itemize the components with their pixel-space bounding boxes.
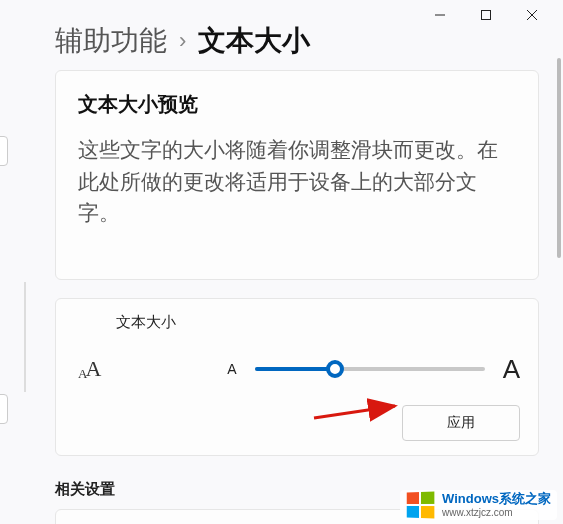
- content-area: 文本大小预览 这些文字的大小将随着你调整滑块而更改。在此处所做的更改将适用于设备…: [0, 70, 563, 524]
- page-title: 文本大小: [198, 22, 310, 60]
- chevron-right-icon: ›: [179, 28, 186, 54]
- text-size-label: 文本大小: [116, 313, 520, 332]
- preview-body: 这些文字的大小将随着你调整滑块而更改。在此处所做的更改将适用于设备上的大部分文字…: [78, 134, 516, 229]
- text-size-slider[interactable]: [255, 359, 485, 379]
- windows-logo-icon: [407, 491, 435, 518]
- slider-max-label: A: [503, 354, 520, 385]
- slider-track: [255, 367, 485, 371]
- apply-button[interactable]: 应用: [402, 405, 520, 441]
- nav-indicator: [24, 282, 26, 392]
- slider-thumb[interactable]: [326, 360, 344, 378]
- text-size-card: 文本大小 AA A A 应用: [55, 298, 539, 456]
- text-size-row: AA A A: [74, 354, 520, 393]
- slider-fill: [255, 367, 336, 371]
- watermark-url: www.xtzjcz.com: [442, 507, 551, 518]
- vertical-scrollbar[interactable]: [557, 58, 561, 258]
- breadcrumb-parent[interactable]: 辅助功能: [55, 22, 167, 60]
- text-size-preview-card: 文本大小预览 这些文字的大小将随着你调整滑块而更改。在此处所做的更改将适用于设备…: [55, 70, 539, 280]
- maximize-button[interactable]: [463, 0, 509, 30]
- preview-title: 文本大小预览: [78, 91, 516, 118]
- watermark: Windows系统之家 www.xtzjcz.com: [400, 490, 557, 520]
- edge-peek: [0, 136, 8, 166]
- minimize-button[interactable]: [417, 0, 463, 30]
- text-size-icon: AA: [74, 356, 105, 382]
- edge-peek-2: [0, 394, 8, 424]
- svg-rect-1: [482, 11, 491, 20]
- slider-min-label: A: [227, 361, 236, 377]
- settings-window: 辅助功能 › 文本大小 文本大小预览 这些文字的大小将随着你调整滑块而更改。在此…: [0, 0, 563, 524]
- close-button[interactable]: [509, 0, 555, 30]
- watermark-name: Windows系统之家: [442, 492, 551, 506]
